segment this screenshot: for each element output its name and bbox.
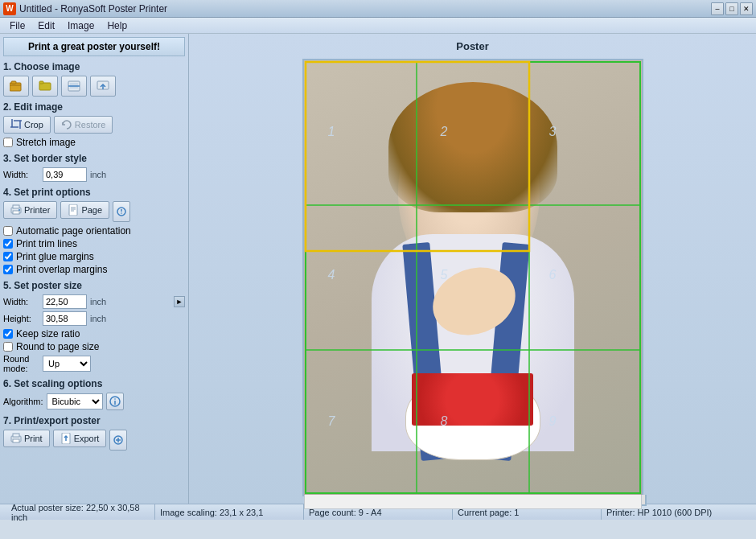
poster-width-row: Width: inch — [3, 294, 171, 309]
auto-orient-checkbox[interactable] — [3, 226, 13, 236]
right-panel: Poster — [189, 34, 756, 504]
print-trim-row: Print trim lines — [3, 238, 185, 249]
poster-height-row: Height: inch — [3, 311, 171, 326]
section7-title: 7. Print/export poster — [3, 415, 185, 426]
svg-rect-41 — [306, 62, 529, 251]
section-print-export: 7. Print/export poster Print Export — [3, 415, 185, 451]
border-width-label: Width: — [3, 170, 39, 179]
stretch-checkbox[interactable] — [3, 138, 13, 147]
poster-title: Poster — [456, 40, 488, 52]
print-icon — [10, 433, 22, 444]
svg-rect-29 — [13, 434, 19, 437]
section2-title: 2. Edit image — [3, 101, 185, 113]
section-scaling: 6. Set scaling options Algorithm: Bicubi… — [3, 378, 185, 410]
svg-rect-30 — [13, 439, 19, 442]
page-icon — [68, 204, 79, 216]
crop-button[interactable]: Crop — [3, 116, 51, 134]
border-width-input[interactable] — [43, 167, 87, 182]
svg-point-17 — [18, 209, 20, 211]
page-num-2: 2 — [441, 125, 448, 139]
round-page-label: Round to page size — [16, 341, 99, 352]
export-icon — [60, 433, 72, 444]
close-button[interactable]: ✕ — [740, 2, 753, 15]
export-image-button[interactable] — [90, 76, 116, 97]
print-trim-checkbox[interactable] — [3, 239, 13, 249]
page-num-9: 9 — [549, 414, 557, 429]
poster-height-label: Height: — [3, 314, 39, 323]
border-width-row: Width: inch — [3, 167, 185, 182]
page-button[interactable]: Page — [60, 201, 109, 219]
print-trim-label: Print trim lines — [16, 238, 77, 249]
keep-ratio-label: Keep size ratio — [16, 328, 80, 339]
print-glue-label: Print glue margins — [16, 251, 94, 262]
round-page-row: Round to page size — [3, 341, 185, 352]
border-width-unit: inch — [90, 170, 106, 179]
svg-rect-16 — [13, 211, 19, 214]
main-container: Print a great poster yourself! 1. Choose… — [0, 34, 756, 504]
page-num-1: 1 — [328, 125, 335, 139]
grid-svg — [304, 60, 642, 495]
stretch-checkbox-row: Stretch image — [3, 137, 185, 148]
svg-rect-15 — [13, 205, 19, 208]
minimize-button[interactable]: – — [711, 2, 724, 15]
crop-icon — [10, 119, 22, 130]
page-num-8: 8 — [441, 414, 448, 429]
auto-orient-row: Automatic page orientation — [3, 225, 185, 237]
poster-height-input[interactable] — [43, 311, 87, 326]
printer-button[interactable]: Printer — [3, 201, 57, 219]
print-overlap-checkbox[interactable] — [3, 265, 13, 274]
svg-point-26 — [114, 398, 116, 400]
svg-rect-4 — [39, 81, 43, 84]
print-options-extra-button[interactable] — [113, 201, 130, 222]
page-num-3: 3 — [549, 125, 557, 139]
export-extra-button[interactable] — [109, 430, 127, 451]
algorithm-row: Algorithm: Bicubic Bilinear Nearest — [3, 393, 185, 410]
round-page-checkbox[interactable] — [3, 342, 13, 352]
keep-ratio-checkbox[interactable] — [3, 329, 13, 339]
title-bar: W Untitled - RonyaSoft Poster Printer – … — [0, 0, 756, 18]
algo-label: Algorithm: — [3, 397, 43, 406]
status-image-scaling: Image scaling: 23,1 x 23,1 — [155, 504, 304, 520]
app-icon: W — [3, 2, 16, 15]
menu-bar: File Edit Image Help — [0, 18, 756, 34]
keep-ratio-row: Keep size ratio — [3, 328, 185, 339]
restore-button[interactable]: Restore — [54, 116, 113, 134]
print-option-buttons: Printer Page — [3, 201, 185, 222]
poster-width-label: Width: — [3, 297, 39, 307]
print-overlap-row: Print overlap margins — [3, 264, 185, 275]
panel-header: Print a great poster yourself! — [3, 37, 185, 56]
maximize-button[interactable]: □ — [725, 2, 738, 15]
open-file-button[interactable] — [3, 76, 29, 97]
restore-icon — [61, 119, 72, 130]
print-export-buttons: Print Export — [3, 430, 185, 451]
printer-icon — [10, 204, 22, 216]
print-glue-row: Print glue margins — [3, 251, 185, 262]
print-button[interactable]: Print — [3, 430, 50, 447]
section5-title: 5. Set poster size — [3, 280, 185, 291]
section-poster-size: 5. Set poster size Width: inch Height: i… — [3, 280, 185, 373]
poster-width-input[interactable] — [43, 294, 87, 309]
poster-area: 1 2 3 4 5 6 7 8 9 — [302, 59, 643, 496]
stretch-label: Stretch image — [16, 137, 76, 148]
size-scroll-button[interactable]: ► — [174, 296, 185, 307]
round-mode-select[interactable]: Up Down — [43, 356, 91, 372]
algo-info-button[interactable] — [106, 393, 124, 410]
page-num-6: 6 — [549, 268, 557, 282]
menu-file[interactable]: File — [3, 19, 31, 33]
section-border-style: 3. Set border style Width: inch — [3, 153, 185, 182]
svg-rect-36 — [306, 62, 640, 493]
section1-title: 1. Choose image — [3, 61, 185, 72]
scanner-button[interactable] — [61, 76, 87, 97]
page-num-4: 4 — [328, 268, 335, 282]
section-print-options: 4. Set print options Printer Page Automa… — [3, 187, 185, 275]
print-overlap-label: Print overlap margins — [16, 264, 107, 275]
open-folder-button[interactable] — [32, 76, 58, 97]
algo-select[interactable]: Bicubic Bilinear Nearest — [47, 393, 103, 409]
section3-title: 3. Set border style — [3, 153, 185, 164]
menu-image[interactable]: Image — [61, 19, 101, 33]
menu-help[interactable]: Help — [101, 19, 134, 33]
page-num-5: 5 — [441, 268, 448, 282]
menu-edit[interactable]: Edit — [31, 19, 61, 33]
print-glue-checkbox[interactable] — [3, 252, 13, 261]
export-button[interactable]: Export — [53, 430, 107, 447]
